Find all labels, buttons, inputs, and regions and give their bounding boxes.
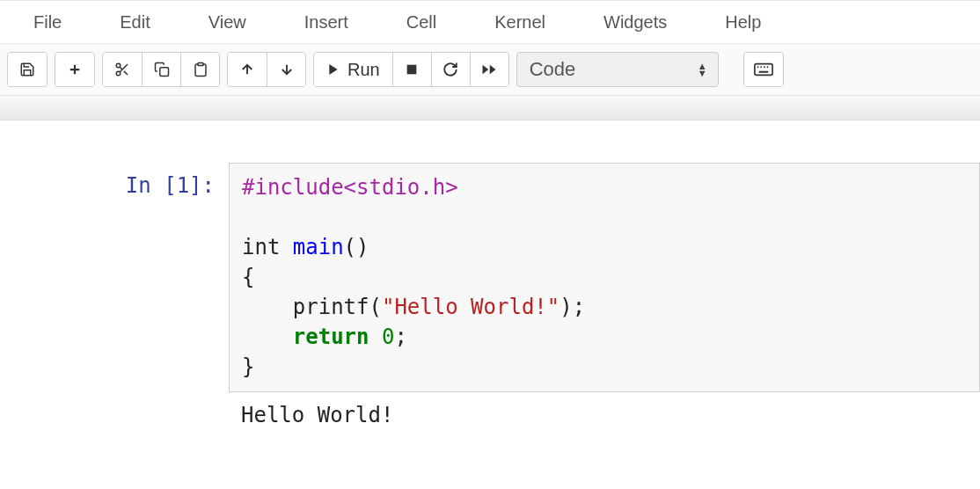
svg-line-6	[120, 67, 122, 69]
svg-line-5	[124, 71, 128, 75]
menu-cell[interactable]: Cell	[391, 5, 452, 40]
cell-output: Hello World!	[229, 392, 980, 427]
save-button[interactable]	[8, 53, 47, 86]
output-prompt-spacer	[0, 392, 229, 403]
svg-point-2	[116, 63, 121, 68]
stop-icon	[405, 62, 419, 77]
menu-insert[interactable]: Insert	[289, 5, 364, 40]
plus-icon	[67, 62, 83, 77]
input-prompt: In [1]:	[0, 163, 229, 198]
menu-file[interactable]: File	[18, 5, 77, 40]
cell-type-value: Code	[530, 58, 576, 81]
fast-forward-icon	[481, 62, 497, 77]
output-row: Hello World!	[0, 392, 980, 427]
menu-edit[interactable]: Edit	[104, 5, 165, 40]
keyboard-icon	[754, 62, 773, 77]
svg-marker-11	[329, 64, 337, 75]
svg-rect-8	[198, 63, 203, 66]
svg-rect-12	[407, 65, 417, 75]
restart-icon	[442, 62, 458, 77]
run-button[interactable]: Run	[314, 53, 392, 86]
move-down-button[interactable]	[267, 53, 305, 86]
menu-widgets[interactable]: Widgets	[588, 5, 683, 40]
code-cell-row: In [1]: #include<stdio.h> int main() { p…	[0, 163, 980, 392]
arrow-down-icon	[279, 62, 295, 77]
svg-rect-7	[159, 68, 168, 77]
paste-icon	[193, 62, 208, 77]
menu-kernel[interactable]: Kernel	[479, 5, 561, 40]
run-label: Run	[347, 60, 380, 80]
save-icon	[19, 62, 35, 77]
arrow-up-icon	[239, 62, 255, 77]
menu-view[interactable]: View	[193, 5, 262, 40]
svg-rect-15	[755, 64, 772, 76]
move-up-button[interactable]	[228, 53, 267, 86]
play-icon	[326, 62, 340, 77]
paste-button[interactable]	[180, 53, 219, 86]
copy-icon	[154, 62, 170, 77]
code-input[interactable]: #include<stdio.h> int main() { printf("H…	[229, 163, 980, 392]
command-palette-button[interactable]	[744, 53, 783, 86]
scissors-icon	[114, 62, 130, 77]
menu-bar: File Edit View Insert Cell Kernel Widget…	[0, 0, 980, 44]
svg-marker-14	[483, 65, 489, 75]
copy-button[interactable]	[142, 53, 180, 86]
cut-button[interactable]	[103, 53, 142, 86]
interrupt-button[interactable]	[392, 53, 431, 86]
svg-marker-13	[490, 65, 496, 75]
svg-point-3	[116, 71, 121, 76]
header-separator	[0, 96, 980, 120]
restart-button[interactable]	[431, 53, 470, 86]
cell-type-select[interactable]: Code ▲▼	[516, 52, 719, 87]
toolbar: Run Code ▲▼	[0, 44, 980, 96]
add-cell-button[interactable]	[55, 53, 94, 86]
notebook-container: In [1]: #include<stdio.h> int main() { p…	[0, 120, 980, 427]
select-arrows-icon: ▲▼	[698, 62, 707, 77]
restart-run-all-button[interactable]	[470, 53, 508, 86]
menu-help[interactable]: Help	[709, 5, 777, 40]
